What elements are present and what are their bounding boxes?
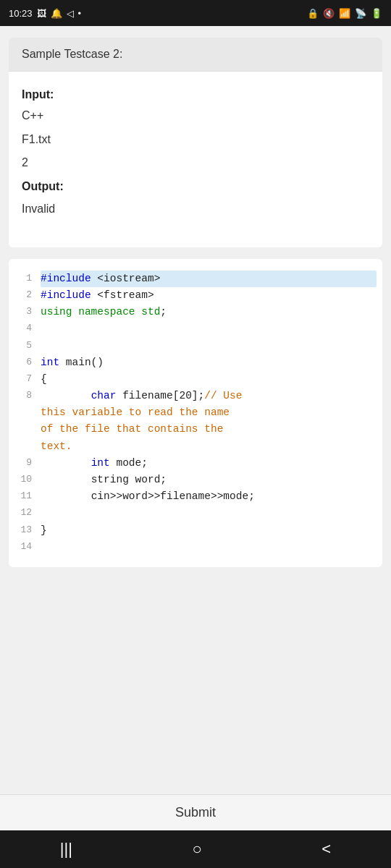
code-line-3: 3 using namespace std; xyxy=(14,304,377,320)
line-num-5: 5 xyxy=(14,338,41,354)
status-left: 10:23 🖼 🔔 ◁ • xyxy=(9,8,81,19)
line-num-3: 3 xyxy=(14,304,41,320)
main-content: Sample Testcase 2: Input: C++ F1.txt 2 O… xyxy=(0,26,391,794)
line-content-14 xyxy=(41,539,377,556)
code-line-2: 2 #include <fstream> xyxy=(14,287,377,304)
line-content-7: { xyxy=(41,371,377,388)
line-num-4: 4 xyxy=(14,320,41,336)
lock-icon: 🔒 xyxy=(307,8,319,19)
code-line-5: 5 xyxy=(14,338,377,354)
line-num-12: 12 xyxy=(14,505,41,521)
line-num-2: 2 xyxy=(14,287,41,303)
comment-line-3: text. xyxy=(14,438,377,455)
code-line-10: 10 string word; xyxy=(14,472,377,488)
code-line-12: 12 xyxy=(14,505,377,522)
submit-bar[interactable]: Submit xyxy=(0,794,391,830)
code-line-6: 6 int main() xyxy=(14,354,377,371)
input-label: Input: xyxy=(22,85,369,106)
line-content-2: #include <fstream> xyxy=(41,287,377,304)
menu-icon[interactable]: ||| xyxy=(60,840,72,859)
comment-line-1: this variable to read the name xyxy=(14,404,377,421)
line-content-8: char filename[20];// Use xyxy=(41,388,377,404)
input-line-2: F1.txt xyxy=(22,129,369,150)
input-line-1: C++ xyxy=(22,106,369,127)
dot-icon: • xyxy=(78,8,82,19)
status-right: 🔒 🔇 📶 📡 🔋 xyxy=(307,8,382,19)
testcase-header: Sample Testcase 2: xyxy=(9,38,382,72)
input-line-3: 2 xyxy=(22,153,369,174)
line-content-5 xyxy=(41,338,377,354)
line-num-6: 6 xyxy=(14,354,41,370)
output-value: Invalid xyxy=(22,199,369,220)
nav-bar: ||| ○ < xyxy=(0,830,391,868)
line-content-4 xyxy=(41,320,377,337)
line-content-13: } xyxy=(41,522,377,539)
line-content-1: #include <iostream> xyxy=(41,271,377,287)
line-num-8: 8 xyxy=(14,388,41,404)
code-line-8: 8 char filename[20];// Use xyxy=(14,388,377,404)
line-content-3: using namespace std; xyxy=(41,304,377,320)
code-line-7: 7 { xyxy=(14,371,377,388)
mute-icon: 🔇 xyxy=(323,8,335,19)
code-line-1: 1 #include <iostream> xyxy=(14,271,377,287)
comment-line-2: of the file that contains the xyxy=(14,421,377,438)
code-container[interactable]: 1 #include <iostream> 2 #include <fstrea… xyxy=(9,271,382,556)
line-num-13: 13 xyxy=(14,522,41,538)
testcase-title: Sample Testcase 2: xyxy=(22,48,122,60)
code-editor-card: 1 #include <iostream> 2 #include <fstrea… xyxy=(9,259,382,567)
line-content-11: cin>>word>>filename>>mode; xyxy=(41,488,377,505)
line-content-9: int mode; xyxy=(41,455,377,472)
testcase-card: Sample Testcase 2: Input: C++ F1.txt 2 O… xyxy=(9,38,382,247)
submit-label[interactable]: Submit xyxy=(175,805,216,820)
line-num-1: 1 xyxy=(14,271,41,286)
code-line-13: 13 } xyxy=(14,522,377,539)
code-line-9: 9 int mode; xyxy=(14,455,377,472)
testcase-body: Input: C++ F1.txt 2 Output: Invalid xyxy=(9,72,382,247)
wifi-icon: 📶 xyxy=(339,8,350,19)
line-content-12 xyxy=(41,505,377,522)
line-num-7: 7 xyxy=(14,371,41,387)
battery-icon: 🔋 xyxy=(371,8,382,19)
back-icon[interactable]: < xyxy=(321,840,331,859)
photo-icon: 🖼 xyxy=(37,8,46,19)
status-bar: 10:23 🖼 🔔 ◁ • 🔒 🔇 📶 📡 🔋 xyxy=(0,0,391,26)
line-num-9: 9 xyxy=(14,455,41,471)
home-icon[interactable]: ○ xyxy=(193,840,202,859)
line-content-6: int main() xyxy=(41,354,377,371)
line-num-10: 10 xyxy=(14,472,41,488)
line-num-11: 11 xyxy=(14,488,41,504)
code-line-4: 4 xyxy=(14,320,377,337)
navigation-icon: ◁ xyxy=(67,8,74,19)
line-content-10: string word; xyxy=(41,472,377,488)
alert-icon: 🔔 xyxy=(51,8,62,19)
time-display: 10:23 xyxy=(9,8,33,19)
code-line-11: 11 cin>>word>>filename>>mode; xyxy=(14,488,377,505)
line-num-14: 14 xyxy=(14,539,41,555)
signal-icon: 📡 xyxy=(355,8,366,19)
output-label: Output: xyxy=(22,176,369,197)
code-line-14: 14 xyxy=(14,539,377,556)
